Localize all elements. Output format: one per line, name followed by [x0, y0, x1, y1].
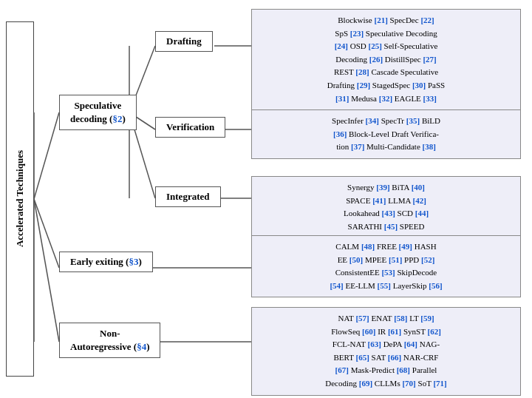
- mid-node-nar: Non-Autoregressive (§4): [59, 323, 160, 358]
- leaf-verification-label: Verification: [166, 121, 214, 132]
- mid-node-speculative-label: Speculativedecoding (§2): [70, 100, 126, 124]
- content-drafting-text: Blockwise [21] SpecDec [22] SpS [23] Spe…: [327, 16, 446, 103]
- content-nar: NAT [57] ENAT [58] LT [59] FlowSeq [60] …: [251, 307, 521, 396]
- root-node: Accelerated Techniques: [6, 21, 34, 377]
- content-drafting: Blockwise [21] SpecDec [22] SpS [23] Spe…: [251, 9, 521, 110]
- svg-line-2: [34, 199, 59, 342]
- content-early-text: CALM [48] FREE [49] HASH EE [50] MPEE [5…: [330, 242, 442, 290]
- content-verification-text: SpecInfer [34] SpecTr [35] BiLD [36] Blo…: [332, 116, 440, 151]
- leaf-node-integrated: Integrated: [155, 186, 221, 207]
- root-label: Accelerated Techniques: [14, 150, 26, 247]
- leaf-drafting-label: Drafting: [166, 36, 202, 47]
- content-nar-text: NAT [57] ENAT [58] LT [59] FlowSeq [60] …: [325, 314, 446, 388]
- mid-node-early-label: Early exiting (§3): [70, 256, 142, 267]
- leaf-node-verification: Verification: [155, 117, 225, 138]
- svg-line-1: [34, 199, 59, 268]
- svg-line-0: [34, 112, 59, 199]
- mid-node-speculative: Speculativedecoding (§2): [59, 95, 137, 130]
- mid-node-early-exiting: Early exiting (§3): [59, 252, 153, 272]
- content-early-exiting: CALM [48] FREE [49] HASH EE [50] MPEE [5…: [251, 235, 521, 297]
- mid-node-nar-label: Non-Autoregressive (§4): [70, 328, 149, 352]
- leaf-node-drafting: Drafting: [155, 31, 213, 52]
- leaf-integrated-label: Integrated: [166, 191, 210, 202]
- content-verification: SpecInfer [34] SpecTr [35] BiLD [36] Blo…: [251, 109, 521, 159]
